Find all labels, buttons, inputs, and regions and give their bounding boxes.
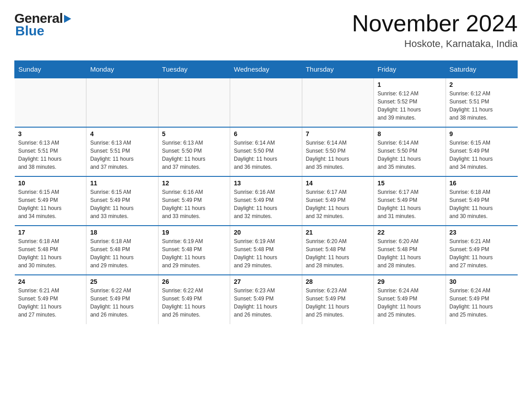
weekday-header-tuesday: Tuesday	[158, 61, 230, 78]
day-number: 28	[306, 278, 370, 285]
calendar-cell: 8Sunrise: 6:14 AM Sunset: 5:50 PM Daylig…	[374, 127, 446, 176]
day-info: Sunrise: 6:16 AM Sunset: 5:49 PM Dayligh…	[234, 188, 298, 220]
calendar-cell: 11Sunrise: 6:15 AM Sunset: 5:49 PM Dayli…	[86, 176, 158, 226]
day-number: 11	[90, 180, 154, 187]
day-number: 1	[378, 81, 442, 88]
day-number: 12	[162, 180, 226, 187]
day-number: 3	[18, 130, 83, 137]
calendar-cell: 26Sunrise: 6:22 AM Sunset: 5:49 PM Dayli…	[158, 275, 230, 324]
logo-chevron-icon	[64, 15, 71, 23]
calendar-cell: 3Sunrise: 6:13 AM Sunset: 5:51 PM Daylig…	[15, 127, 86, 176]
calendar-cell: 9Sunrise: 6:15 AM Sunset: 5:49 PM Daylig…	[446, 127, 517, 176]
calendar-cell: 21Sunrise: 6:20 AM Sunset: 5:48 PM Dayli…	[302, 226, 373, 275]
day-number: 2	[450, 81, 514, 88]
day-number: 14	[306, 180, 370, 187]
day-number: 29	[378, 278, 442, 285]
calendar-cell: 15Sunrise: 6:17 AM Sunset: 5:49 PM Dayli…	[374, 176, 446, 226]
day-info: Sunrise: 6:15 AM Sunset: 5:49 PM Dayligh…	[90, 188, 154, 220]
day-info: Sunrise: 6:18 AM Sunset: 5:48 PM Dayligh…	[90, 237, 154, 270]
weekday-header-thursday: Thursday	[302, 61, 373, 78]
day-number: 16	[450, 180, 514, 187]
calendar-cell: 22Sunrise: 6:20 AM Sunset: 5:48 PM Dayli…	[374, 226, 446, 275]
day-number: 15	[378, 180, 442, 187]
day-info: Sunrise: 6:17 AM Sunset: 5:49 PM Dayligh…	[378, 188, 442, 220]
calendar-week-row: 10Sunrise: 6:15 AM Sunset: 5:49 PM Dayli…	[15, 176, 518, 226]
day-number: 30	[450, 278, 514, 285]
title-area: November 2024 Hoskote, Karnataka, India	[352, 11, 518, 50]
day-info: Sunrise: 6:16 AM Sunset: 5:49 PM Dayligh…	[162, 188, 226, 220]
day-info: Sunrise: 6:20 AM Sunset: 5:48 PM Dayligh…	[306, 237, 370, 270]
day-info: Sunrise: 6:22 AM Sunset: 5:49 PM Dayligh…	[162, 287, 226, 319]
day-number: 9	[450, 130, 514, 137]
calendar-table: SundayMondayTuesdayWednesdayThursdayFrid…	[14, 60, 518, 324]
calendar-cell	[158, 78, 230, 127]
day-info: Sunrise: 6:22 AM Sunset: 5:49 PM Dayligh…	[90, 287, 154, 319]
day-info: Sunrise: 6:21 AM Sunset: 5:49 PM Dayligh…	[450, 237, 514, 270]
calendar-cell: 19Sunrise: 6:19 AM Sunset: 5:48 PM Dayli…	[158, 226, 230, 275]
day-number: 13	[234, 180, 298, 187]
day-info: Sunrise: 6:12 AM Sunset: 5:52 PM Dayligh…	[378, 90, 442, 122]
calendar-cell: 12Sunrise: 6:16 AM Sunset: 5:49 PM Dayli…	[158, 176, 230, 226]
calendar-cell: 18Sunrise: 6:18 AM Sunset: 5:48 PM Dayli…	[86, 226, 158, 275]
calendar-cell	[230, 78, 302, 127]
weekday-header-saturday: Saturday	[446, 61, 517, 78]
calendar-cell: 13Sunrise: 6:16 AM Sunset: 5:49 PM Dayli…	[230, 176, 302, 226]
day-info: Sunrise: 6:23 AM Sunset: 5:49 PM Dayligh…	[306, 287, 370, 319]
month-title: November 2024	[352, 11, 518, 36]
logo-blue-text: Blue	[14, 23, 71, 39]
calendar-cell: 30Sunrise: 6:24 AM Sunset: 5:49 PM Dayli…	[446, 275, 517, 324]
day-info: Sunrise: 6:13 AM Sunset: 5:51 PM Dayligh…	[90, 139, 154, 171]
day-info: Sunrise: 6:23 AM Sunset: 5:49 PM Dayligh…	[234, 287, 298, 319]
day-number: 22	[378, 229, 442, 236]
day-number: 4	[90, 130, 154, 137]
weekday-header-monday: Monday	[86, 61, 158, 78]
day-info: Sunrise: 6:13 AM Sunset: 5:50 PM Dayligh…	[162, 139, 226, 171]
calendar-cell	[86, 78, 158, 127]
day-info: Sunrise: 6:18 AM Sunset: 5:48 PM Dayligh…	[18, 237, 83, 270]
day-number: 19	[162, 229, 226, 236]
calendar-cell: 28Sunrise: 6:23 AM Sunset: 5:49 PM Dayli…	[302, 275, 373, 324]
calendar-cell: 7Sunrise: 6:14 AM Sunset: 5:50 PM Daylig…	[302, 127, 373, 176]
day-number: 10	[18, 180, 83, 187]
calendar-cell: 2Sunrise: 6:12 AM Sunset: 5:51 PM Daylig…	[446, 78, 517, 127]
day-number: 27	[234, 278, 298, 285]
calendar-cell: 25Sunrise: 6:22 AM Sunset: 5:49 PM Dayli…	[86, 275, 158, 324]
calendar-cell: 16Sunrise: 6:18 AM Sunset: 5:49 PM Dayli…	[446, 176, 517, 226]
day-info: Sunrise: 6:15 AM Sunset: 5:49 PM Dayligh…	[450, 139, 514, 171]
logo: General Blue	[14, 11, 71, 39]
calendar-cell: 27Sunrise: 6:23 AM Sunset: 5:49 PM Dayli…	[230, 275, 302, 324]
calendar-week-row: 24Sunrise: 6:21 AM Sunset: 5:49 PM Dayli…	[15, 275, 518, 324]
calendar-cell	[15, 78, 86, 127]
calendar-cell: 24Sunrise: 6:21 AM Sunset: 5:49 PM Dayli…	[15, 275, 86, 324]
day-number: 5	[162, 130, 226, 137]
calendar-cell: 14Sunrise: 6:17 AM Sunset: 5:49 PM Dayli…	[302, 176, 373, 226]
day-number: 24	[18, 278, 83, 285]
calendar-cell: 4Sunrise: 6:13 AM Sunset: 5:51 PM Daylig…	[86, 127, 158, 176]
day-info: Sunrise: 6:14 AM Sunset: 5:50 PM Dayligh…	[306, 139, 370, 171]
day-info: Sunrise: 6:17 AM Sunset: 5:49 PM Dayligh…	[306, 188, 370, 220]
day-number: 6	[234, 130, 298, 137]
page-header: General Blue November 2024 Hoskote, Karn…	[14, 11, 518, 50]
day-number: 21	[306, 229, 370, 236]
day-info: Sunrise: 6:14 AM Sunset: 5:50 PM Dayligh…	[378, 139, 442, 171]
calendar-cell: 29Sunrise: 6:24 AM Sunset: 5:49 PM Dayli…	[374, 275, 446, 324]
day-info: Sunrise: 6:20 AM Sunset: 5:48 PM Dayligh…	[378, 237, 442, 270]
calendar-week-row: 3Sunrise: 6:13 AM Sunset: 5:51 PM Daylig…	[15, 127, 518, 176]
day-info: Sunrise: 6:21 AM Sunset: 5:49 PM Dayligh…	[18, 287, 83, 319]
day-info: Sunrise: 6:19 AM Sunset: 5:48 PM Dayligh…	[234, 237, 298, 270]
calendar-cell: 6Sunrise: 6:14 AM Sunset: 5:50 PM Daylig…	[230, 127, 302, 176]
day-info: Sunrise: 6:12 AM Sunset: 5:51 PM Dayligh…	[450, 90, 514, 122]
calendar-cell: 5Sunrise: 6:13 AM Sunset: 5:50 PM Daylig…	[158, 127, 230, 176]
calendar-cell: 1Sunrise: 6:12 AM Sunset: 5:52 PM Daylig…	[374, 78, 446, 127]
day-number: 18	[90, 229, 154, 236]
calendar-week-row: 17Sunrise: 6:18 AM Sunset: 5:48 PM Dayli…	[15, 226, 518, 275]
day-info: Sunrise: 6:24 AM Sunset: 5:49 PM Dayligh…	[450, 287, 514, 319]
day-info: Sunrise: 6:19 AM Sunset: 5:48 PM Dayligh…	[162, 237, 226, 270]
day-number: 8	[378, 130, 442, 137]
day-number: 23	[450, 229, 514, 236]
calendar-cell: 20Sunrise: 6:19 AM Sunset: 5:48 PM Dayli…	[230, 226, 302, 275]
day-number: 25	[90, 278, 154, 285]
day-info: Sunrise: 6:14 AM Sunset: 5:50 PM Dayligh…	[234, 139, 298, 171]
day-number: 26	[162, 278, 226, 285]
day-info: Sunrise: 6:13 AM Sunset: 5:51 PM Dayligh…	[18, 139, 83, 171]
